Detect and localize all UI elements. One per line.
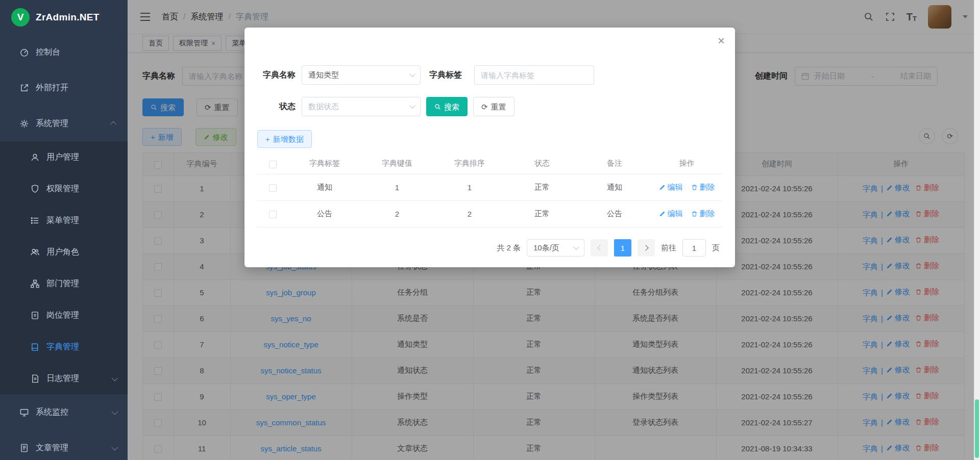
sidebar-item-monitoring[interactable]: 系统监控 [0,394,128,430]
app-root: V ZrAdmin.NET 控制台 外部打开 系统管理 用户管理 [0,0,980,460]
column-header: 字典排序 [433,154,506,174]
dialog-filter-row-2: 状态 数据状态 搜索 ⟳ 重置 [258,97,514,116]
selected-value: 通知类型 [308,70,339,80]
sidebar-item-logs[interactable]: 日志管理 [0,363,128,394]
sidebar-item-label: 外部打开 [36,83,68,93]
table-row: 公告22正常公告编辑删除 [257,200,723,227]
dashboard-icon [19,47,29,57]
user-icon [30,152,40,162]
select-placeholder: 数据状态 [308,102,339,112]
plus-icon: + [265,135,270,143]
select-all-checkbox[interactable] [269,161,277,168]
chevron-down-icon [112,374,118,381]
sidebar-item-system[interactable]: 系统管理 [0,106,128,141]
sidebar-item-dictionary[interactable]: 字典管理 [0,331,128,363]
edit-pencil-icon [659,211,666,217]
app-logo[interactable]: V ZrAdmin.NET [0,0,128,34]
dict-label-input[interactable] [474,65,594,85]
chevron-left-icon [597,245,603,250]
sidebar-item-user-roles[interactable]: 用户角色 [0,236,128,268]
row-checkbox[interactable] [269,184,277,192]
edit-pencil-icon [659,184,666,191]
article-icon [19,443,29,453]
delete-link[interactable]: 删除 [691,183,715,192]
dict-label-cell: 公告 [288,200,361,227]
dialog-reset-button[interactable]: ⟳ 重置 [473,97,514,116]
scrollbar-thumb[interactable] [975,399,979,458]
system-submenu: 用户管理 权限管理 菜单管理 用户角色 部门管理 [0,141,128,394]
dict-name-label: 字典名称 [258,70,296,81]
table-row: 通知11正常通知编辑删除 [257,174,723,200]
dialog-close-button[interactable]: × [718,35,725,47]
pagination: 共 2 条 10条/页 1 前往 页 [497,239,720,257]
column-header: 字典标签 [288,154,361,174]
goto-label: 前往 [661,243,676,253]
page-size-select[interactable]: 10条/页 [527,239,584,257]
sidebar-item-external[interactable]: 外部打开 [0,70,128,106]
chevron-right-icon [643,245,648,250]
sidebar-item-label: 系统监控 [36,407,68,418]
dialog-search-button[interactable]: 搜索 [426,97,468,116]
book-icon [30,342,40,352]
goto-page-input[interactable] [682,239,706,257]
sidebar-item-articles[interactable]: 文章管理 [0,430,128,460]
trash-icon [691,184,698,191]
edit-link[interactable]: 编辑 [659,209,683,219]
chevron-up-icon [110,121,117,127]
id-badge-icon [30,311,40,320]
dialog-table-header-row: 字典标签字典键值字典排序状态备注操作 [257,154,723,174]
edit-link[interactable]: 编辑 [659,183,683,192]
column-header: 操作 [651,154,723,174]
select-all-header [257,154,288,174]
gear-icon [19,119,29,129]
prev-page-button[interactable] [591,239,608,257]
sidebar-item-console[interactable]: 控制台 [0,34,128,70]
next-page-button[interactable] [638,239,655,257]
column-header: 状态 [506,154,578,174]
dict-label-label: 字典标签 [429,70,462,81]
dict-value-cell: 1 [361,174,433,200]
dict-value-cell: 2 [361,200,433,227]
page-number-button[interactable]: 1 [614,239,631,257]
operations-cell: 编辑删除 [651,200,723,227]
sidebar-item-menus[interactable]: 菜单管理 [0,205,128,236]
dict-name-select[interactable]: 通知类型 [302,65,421,85]
status-cell: 正常 [506,200,578,227]
add-data-button[interactable]: + 新增数据 [257,130,312,148]
logo-icon: V [11,8,30,27]
sidebar-item-label: 菜单管理 [46,215,79,226]
trash-icon [691,211,698,217]
sidebar-item-label: 系统管理 [36,118,68,129]
pagination-total: 共 2 条 [497,243,521,253]
delete-link[interactable]: 删除 [691,209,715,219]
status-select[interactable]: 数据状态 [302,97,421,116]
status-cell: 正常 [506,174,578,200]
operations-cell: 编辑删除 [651,174,723,200]
sidebar-item-departments[interactable]: 部门管理 [0,268,128,299]
dict-data-dialog: × 字典名称 通知类型 字典标签 状态 数据状态 搜索 ⟳ 重置 [244,28,735,267]
document-icon [30,374,40,384]
dict-sort-cell: 2 [433,200,506,227]
sidebar-item-posts[interactable]: 岗位管理 [0,299,128,331]
status-label: 状态 [258,101,296,112]
remark-cell: 通知 [578,174,651,200]
row-checkbox[interactable] [269,211,277,218]
dialog-toolbar: + 新增数据 [257,130,312,148]
dialog-filter-row-1: 字典名称 通知类型 字典标签 [258,65,594,85]
remark-cell: 公告 [578,200,651,227]
sidebar-item-label: 权限管理 [46,184,79,194]
org-tree-icon [30,279,40,289]
sidebar: V ZrAdmin.NET 控制台 外部打开 系统管理 用户管理 [0,0,128,460]
sidebar-item-label: 岗位管理 [46,310,79,321]
chevron-down-icon [409,103,415,109]
app-title: ZrAdmin.NET [36,12,100,23]
sidebar-item-label: 用户角色 [46,247,79,258]
sidebar-item-users[interactable]: 用户管理 [0,141,128,173]
selected-value: 10条/页 [533,243,559,253]
scrollbar-track[interactable] [974,0,980,460]
sidebar-menu: 控制台 外部打开 系统管理 用户管理 权限管理 [0,34,128,460]
chevron-down-icon [573,244,579,250]
chevron-down-icon [112,408,118,415]
sidebar-item-permissions[interactable]: 权限管理 [0,173,128,205]
sidebar-item-label: 控制台 [36,47,60,58]
